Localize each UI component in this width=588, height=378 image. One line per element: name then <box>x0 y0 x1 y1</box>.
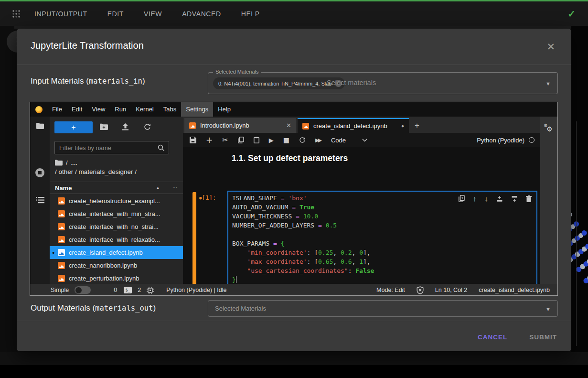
move-cell-up-icon[interactable]: ↑ <box>473 194 477 203</box>
jupyter-menu-help[interactable]: Help <box>213 102 235 117</box>
sort-by-name[interactable]: Name <box>55 184 72 192</box>
jupyter-menu-tabs[interactable]: Tabs <box>159 102 181 117</box>
jupyter-menu-bar: FileEditViewRunKernelTabsSettingsHelp <box>30 102 557 117</box>
app-menu-help[interactable]: HELP <box>241 10 260 18</box>
search-icon <box>158 144 165 151</box>
trust-shield-icon <box>417 286 424 294</box>
notebook-file-icon <box>189 122 196 129</box>
editor-mode[interactable]: Mode: Edit <box>376 287 405 293</box>
new-tab-button[interactable]: + <box>410 118 424 133</box>
selected-materials-select[interactable]: Selected Materials 0: N4Ti4(001), termin… <box>208 72 558 94</box>
insert-cell-above-icon[interactable] <box>496 195 503 202</box>
jupyter-menu-edit[interactable]: Edit <box>67 102 87 117</box>
upload-icon[interactable] <box>122 123 129 130</box>
terminal-icon[interactable]: $_ <box>124 287 132 293</box>
jupyterlite-transformation-dialog: JupyterLite Transformation ✕ Input Mater… <box>17 29 571 351</box>
jupyter-menu-run[interactable]: Run <box>110 102 131 117</box>
stop-kernel-icon[interactable]: ■ <box>283 136 289 144</box>
material-chip[interactable]: 0: N4Ti4(001), termination TiN_P4/mmm_4,… <box>213 77 345 89</box>
restart-run-all-icon[interactable]: ▶▶ <box>315 137 321 143</box>
file-row[interactable]: ●create_perturbation.ipynb <box>50 272 183 284</box>
simple-mode-toggle[interactable] <box>75 286 91 294</box>
tab-create-island-defect[interactable]: create_island_defect.ipynb ● <box>298 118 409 133</box>
code-line: ISLAND_SHAPE = 'box' <box>232 194 374 203</box>
insert-cell-icon[interactable]: + <box>206 135 213 145</box>
jupyterlite-frame: FileEditViewRunKernelTabsSettingsHelp + <box>30 102 558 296</box>
notebook-content[interactable]: 1.1. Set up defect parameters ●[1]: ISLA… <box>183 147 540 284</box>
kernels-count[interactable]: 2 <box>138 287 141 293</box>
close-icon[interactable]: ✕ <box>546 41 555 53</box>
app-menu-input-output[interactable]: INPUT/OUTPUT <box>34 10 87 18</box>
jupyter-menu-settings[interactable]: Settings <box>181 102 213 117</box>
insert-cell-below-icon[interactable] <box>511 195 518 202</box>
notebook-file-icon <box>58 210 65 217</box>
file-browser-tab-icon[interactable] <box>36 122 44 130</box>
terminals-count[interactable]: 0 <box>114 287 117 293</box>
cancel-button[interactable]: CANCEL <box>478 334 507 341</box>
notebook-heading: 1.1. Set up defect parameters <box>232 153 348 163</box>
select-materials-placeholder: Select materials <box>327 79 376 86</box>
submit-button[interactable]: SUBMIT <box>529 334 557 341</box>
sort-ascending-icon[interactable]: ▲ <box>156 185 160 190</box>
cell-collapser[interactable] <box>192 192 196 285</box>
header-more-icon[interactable]: ... <box>172 183 177 189</box>
jupyter-menu-view[interactable]: View <box>87 102 110 117</box>
file-row[interactable]: ●create_interface_with_relaxatio... <box>50 233 183 246</box>
notebook-file-icon <box>58 249 65 256</box>
app-menu-edit[interactable]: EDIT <box>107 10 124 18</box>
restart-kernel-icon[interactable] <box>299 137 306 143</box>
cell-type-dropdown[interactable]: Code <box>331 137 367 144</box>
move-cell-down-icon[interactable]: ↓ <box>485 194 489 203</box>
table-of-contents-tab-icon[interactable] <box>36 197 44 204</box>
cell-type-value: Code <box>331 137 346 144</box>
code-cell-editor[interactable]: ISLAND_SHAPE = 'box'AUTO_ADD_VACUUM = Tr… <box>227 191 537 287</box>
file-row[interactable]: ●create_interface_with_no_strai... <box>50 220 183 233</box>
jupyter-menu-kernel[interactable]: Kernel <box>131 102 159 117</box>
filter-files-input[interactable]: Filter files by name <box>54 141 169 154</box>
home-folder-icon[interactable] <box>55 160 63 166</box>
statusbar-filename: create_island_defect.ipynb <box>479 287 550 293</box>
kernel-name: Python (Pyodide) <box>477 137 524 144</box>
delete-cell-icon[interactable] <box>526 195 532 202</box>
breadcrumb-path[interactable]: / other / materials_designer / <box>55 168 137 175</box>
cursor-position[interactable]: Ln 10, Col 2 <box>435 287 467 293</box>
file-row[interactable]: ●create_island_defect.ipynb <box>50 246 183 259</box>
running-kernels-tab-icon[interactable] <box>35 168 44 177</box>
kernel-status-text[interactable]: Python (Pyodide) | Idle <box>166 287 226 293</box>
output-materials-select[interactable]: Selected Materials ▼ <box>208 300 558 317</box>
saved-check-icon: ✓ <box>567 8 576 20</box>
file-name: create_interface_with_relaxatio... <box>69 236 160 243</box>
breadcrumb-collapsed[interactable]: ... <box>71 159 78 166</box>
tab-close-icon[interactable]: ✕ <box>286 122 291 129</box>
paste-cells-icon[interactable] <box>254 137 259 143</box>
materials-3d-viewer[interactable] <box>571 26 588 352</box>
app-menu-view[interactable]: VIEW <box>144 10 162 18</box>
duplicate-cell-icon[interactable] <box>459 195 465 202</box>
property-inspector-gears-icon[interactable]: ⚙⚙ <box>543 123 553 132</box>
output-select-label: Selected Materials <box>215 305 266 312</box>
selected-materials-legend: Selected Materials <box>213 69 261 75</box>
jupyter-menu-file[interactable]: File <box>47 102 67 117</box>
app-menu-advanced[interactable]: ADVANCED <box>182 10 221 18</box>
unit-cell-edge <box>576 121 577 346</box>
chevron-down-icon <box>362 139 367 142</box>
refresh-icon[interactable] <box>144 123 151 130</box>
app-grid-logo-icon[interactable] <box>11 9 21 19</box>
save-icon[interactable] <box>190 137 196 143</box>
copy-cells-icon[interactable] <box>238 137 244 143</box>
file-row[interactable]: ●create_heterostructure_exampl... <box>50 194 183 207</box>
material-chip-label: 0: N4Ti4(001), termination TiN_P4/mmm_4,… <box>218 81 331 86</box>
new-launcher-button[interactable]: + <box>54 121 93 133</box>
tab-introduction[interactable]: Introduction.ipynb ✕ <box>184 118 296 133</box>
file-row[interactable]: ●create_nanoribbon.ipynb <box>50 259 183 272</box>
run-cell-icon[interactable]: ▶ <box>269 137 274 144</box>
input-materials-label: Input Materials (materials_in) <box>31 76 145 86</box>
cut-cells-icon[interactable]: ✂ <box>222 136 228 144</box>
chevron-down-icon: ▼ <box>545 81 551 86</box>
tab-label: Introduction.ipynb <box>200 122 249 129</box>
file-row[interactable]: ●create_interface_with_min_stra... <box>50 207 183 220</box>
new-folder-icon[interactable] <box>100 123 108 130</box>
text-cursor <box>236 276 237 283</box>
notebook-file-icon <box>58 223 65 230</box>
kernel-indicator[interactable]: Python (Pyodide) <box>477 137 535 144</box>
